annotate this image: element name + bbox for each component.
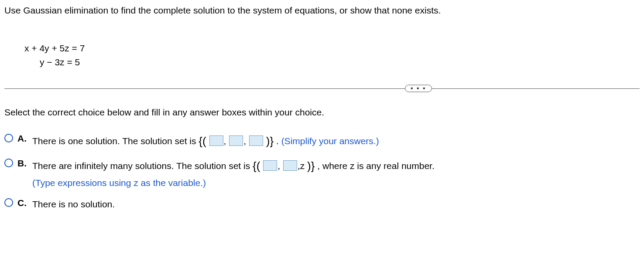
choice-a-row: A. There is one solution. The solution s… bbox=[4, 132, 640, 151]
choice-b-input-1[interactable] bbox=[263, 160, 277, 171]
choice-c-body: There is no solution. bbox=[32, 197, 640, 212]
radio-a[interactable] bbox=[4, 134, 13, 142]
equation-2: y − 3z = 5 bbox=[24, 57, 80, 67]
divider-line bbox=[4, 88, 640, 89]
equations-block: x + 4y + 5z = 7 y − 3z = 5 bbox=[24, 27, 640, 70]
choice-a-input-3[interactable] bbox=[249, 135, 263, 146]
choice-a-input-1[interactable] bbox=[209, 135, 223, 146]
choice-b-comma-1: , bbox=[277, 161, 280, 171]
instruction-text: Select the correct choice below and fill… bbox=[4, 107, 640, 118]
choice-a-hint: (Simplify your answers.) bbox=[281, 136, 379, 146]
choice-c-row: C. There is no solution. bbox=[4, 197, 640, 212]
choice-b-text-before: There are infinitely many solutions. The… bbox=[32, 161, 253, 171]
choice-a-comma-1: , bbox=[224, 136, 226, 146]
choice-a-input-2[interactable] bbox=[229, 135, 243, 146]
choice-b-set: {( , ,z )} bbox=[253, 161, 317, 171]
choice-b-row: B. There are infinitely many solutions. … bbox=[4, 157, 640, 190]
question-text: Use Gaussian elimination to find the com… bbox=[4, 5, 640, 16]
expand-pill[interactable]: • • • bbox=[405, 85, 432, 92]
choice-b-z-suffix: ,z bbox=[298, 161, 305, 171]
choice-b-hint: (Type expressions using z as the variabl… bbox=[32, 178, 206, 188]
choice-b-body: There are infinitely many solutions. The… bbox=[32, 157, 640, 190]
radio-b[interactable] bbox=[4, 159, 13, 167]
choice-a-body: There is one solution. The solution set … bbox=[32, 132, 640, 151]
choice-c-text: There is no solution. bbox=[32, 199, 115, 209]
choice-b-letter: B. bbox=[17, 158, 28, 169]
section-divider: • • • bbox=[4, 82, 640, 95]
choice-c-letter: C. bbox=[17, 198, 28, 208]
choice-a-comma-2: , bbox=[243, 136, 246, 146]
radio-c[interactable] bbox=[4, 198, 13, 207]
choice-b-input-2[interactable] bbox=[283, 160, 297, 171]
choice-a-text-after: . bbox=[276, 136, 281, 146]
choice-b-text-after: , where z is any real number. bbox=[317, 161, 434, 171]
choice-a-set: {( , , )} bbox=[199, 136, 276, 146]
choice-a-letter: A. bbox=[17, 133, 28, 144]
choices-group: A. There is one solution. The solution s… bbox=[4, 132, 640, 212]
equation-1: x + 4y + 5z = 7 bbox=[24, 43, 85, 53]
choice-a-text-before: There is one solution. The solution set … bbox=[32, 136, 199, 146]
